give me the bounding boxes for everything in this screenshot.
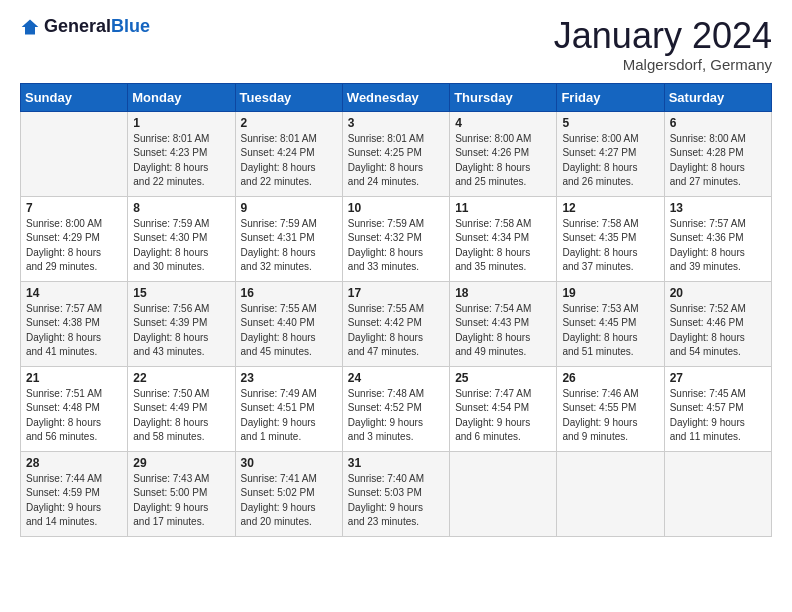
- logo: GeneralBlue: [20, 16, 150, 37]
- calendar-cell: 18Sunrise: 7:54 AM Sunset: 4:43 PM Dayli…: [450, 281, 557, 366]
- calendar-cell: 2Sunrise: 8:01 AM Sunset: 4:24 PM Daylig…: [235, 111, 342, 196]
- day-number: 18: [455, 286, 551, 300]
- day-number: 6: [670, 116, 766, 130]
- calendar-cell: 16Sunrise: 7:55 AM Sunset: 4:40 PM Dayli…: [235, 281, 342, 366]
- day-info: Sunrise: 7:44 AM Sunset: 4:59 PM Dayligh…: [26, 472, 122, 530]
- day-of-week-header: Wednesday: [342, 83, 449, 111]
- calendar-week-row: 28Sunrise: 7:44 AM Sunset: 4:59 PM Dayli…: [21, 451, 772, 536]
- day-info: Sunrise: 7:57 AM Sunset: 4:38 PM Dayligh…: [26, 302, 122, 360]
- day-number: 21: [26, 371, 122, 385]
- svg-marker-0: [22, 19, 39, 34]
- day-number: 10: [348, 201, 444, 215]
- day-info: Sunrise: 7:52 AM Sunset: 4:46 PM Dayligh…: [670, 302, 766, 360]
- logo-icon: [20, 17, 40, 37]
- calendar-cell: [450, 451, 557, 536]
- day-info: Sunrise: 8:01 AM Sunset: 4:25 PM Dayligh…: [348, 132, 444, 190]
- day-info: Sunrise: 7:43 AM Sunset: 5:00 PM Dayligh…: [133, 472, 229, 530]
- day-info: Sunrise: 7:41 AM Sunset: 5:02 PM Dayligh…: [241, 472, 337, 530]
- day-number: 28: [26, 456, 122, 470]
- title-area: January 2024 Malgersdorf, Germany: [554, 16, 772, 73]
- day-info: Sunrise: 7:55 AM Sunset: 4:42 PM Dayligh…: [348, 302, 444, 360]
- day-info: Sunrise: 8:00 AM Sunset: 4:29 PM Dayligh…: [26, 217, 122, 275]
- day-info: Sunrise: 7:59 AM Sunset: 4:30 PM Dayligh…: [133, 217, 229, 275]
- day-number: 7: [26, 201, 122, 215]
- calendar-cell: 11Sunrise: 7:58 AM Sunset: 4:34 PM Dayli…: [450, 196, 557, 281]
- calendar-cell: 8Sunrise: 7:59 AM Sunset: 4:30 PM Daylig…: [128, 196, 235, 281]
- calendar-cell: [557, 451, 664, 536]
- calendar-cell: 30Sunrise: 7:41 AM Sunset: 5:02 PM Dayli…: [235, 451, 342, 536]
- calendar-cell: 26Sunrise: 7:46 AM Sunset: 4:55 PM Dayli…: [557, 366, 664, 451]
- day-of-week-header: Sunday: [21, 83, 128, 111]
- calendar-cell: 29Sunrise: 7:43 AM Sunset: 5:00 PM Dayli…: [128, 451, 235, 536]
- day-info: Sunrise: 7:40 AM Sunset: 5:03 PM Dayligh…: [348, 472, 444, 530]
- day-number: 22: [133, 371, 229, 385]
- calendar-cell: 28Sunrise: 7:44 AM Sunset: 4:59 PM Dayli…: [21, 451, 128, 536]
- day-number: 31: [348, 456, 444, 470]
- day-number: 14: [26, 286, 122, 300]
- day-number: 9: [241, 201, 337, 215]
- calendar-cell: 5Sunrise: 8:00 AM Sunset: 4:27 PM Daylig…: [557, 111, 664, 196]
- day-info: Sunrise: 8:01 AM Sunset: 4:24 PM Dayligh…: [241, 132, 337, 190]
- day-of-week-header: Saturday: [664, 83, 771, 111]
- calendar-cell: 14Sunrise: 7:57 AM Sunset: 4:38 PM Dayli…: [21, 281, 128, 366]
- logo-text-general: General: [44, 16, 111, 36]
- day-number: 12: [562, 201, 658, 215]
- day-number: 1: [133, 116, 229, 130]
- day-number: 25: [455, 371, 551, 385]
- calendar-cell: 9Sunrise: 7:59 AM Sunset: 4:31 PM Daylig…: [235, 196, 342, 281]
- day-number: 8: [133, 201, 229, 215]
- calendar-cell: 15Sunrise: 7:56 AM Sunset: 4:39 PM Dayli…: [128, 281, 235, 366]
- day-info: Sunrise: 7:59 AM Sunset: 4:32 PM Dayligh…: [348, 217, 444, 275]
- calendar-cell: [21, 111, 128, 196]
- day-number: 16: [241, 286, 337, 300]
- day-number: 26: [562, 371, 658, 385]
- day-info: Sunrise: 7:50 AM Sunset: 4:49 PM Dayligh…: [133, 387, 229, 445]
- day-of-week-header: Friday: [557, 83, 664, 111]
- day-info: Sunrise: 7:49 AM Sunset: 4:51 PM Dayligh…: [241, 387, 337, 445]
- day-info: Sunrise: 7:54 AM Sunset: 4:43 PM Dayligh…: [455, 302, 551, 360]
- calendar-cell: 20Sunrise: 7:52 AM Sunset: 4:46 PM Dayli…: [664, 281, 771, 366]
- calendar-cell: 17Sunrise: 7:55 AM Sunset: 4:42 PM Dayli…: [342, 281, 449, 366]
- day-info: Sunrise: 8:00 AM Sunset: 4:27 PM Dayligh…: [562, 132, 658, 190]
- day-number: 5: [562, 116, 658, 130]
- day-info: Sunrise: 7:57 AM Sunset: 4:36 PM Dayligh…: [670, 217, 766, 275]
- calendar-cell: 10Sunrise: 7:59 AM Sunset: 4:32 PM Dayli…: [342, 196, 449, 281]
- header: GeneralBlue January 2024 Malgersdorf, Ge…: [20, 16, 772, 73]
- day-info: Sunrise: 7:58 AM Sunset: 4:34 PM Dayligh…: [455, 217, 551, 275]
- calendar-cell: 1Sunrise: 8:01 AM Sunset: 4:23 PM Daylig…: [128, 111, 235, 196]
- calendar-cell: 3Sunrise: 8:01 AM Sunset: 4:25 PM Daylig…: [342, 111, 449, 196]
- calendar-cell: 24Sunrise: 7:48 AM Sunset: 4:52 PM Dayli…: [342, 366, 449, 451]
- calendar-cell: 22Sunrise: 7:50 AM Sunset: 4:49 PM Dayli…: [128, 366, 235, 451]
- day-number: 27: [670, 371, 766, 385]
- calendar-cell: 7Sunrise: 8:00 AM Sunset: 4:29 PM Daylig…: [21, 196, 128, 281]
- calendar-cell: 6Sunrise: 8:00 AM Sunset: 4:28 PM Daylig…: [664, 111, 771, 196]
- calendar-table: SundayMondayTuesdayWednesdayThursdayFrid…: [20, 83, 772, 537]
- month-title: January 2024: [554, 16, 772, 56]
- day-info: Sunrise: 7:45 AM Sunset: 4:57 PM Dayligh…: [670, 387, 766, 445]
- day-info: Sunrise: 7:51 AM Sunset: 4:48 PM Dayligh…: [26, 387, 122, 445]
- day-number: 11: [455, 201, 551, 215]
- calendar-cell: 31Sunrise: 7:40 AM Sunset: 5:03 PM Dayli…: [342, 451, 449, 536]
- day-number: 24: [348, 371, 444, 385]
- calendar-cell: 23Sunrise: 7:49 AM Sunset: 4:51 PM Dayli…: [235, 366, 342, 451]
- calendar-week-row: 7Sunrise: 8:00 AM Sunset: 4:29 PM Daylig…: [21, 196, 772, 281]
- day-number: 3: [348, 116, 444, 130]
- calendar-cell: 13Sunrise: 7:57 AM Sunset: 4:36 PM Dayli…: [664, 196, 771, 281]
- calendar-cell: 21Sunrise: 7:51 AM Sunset: 4:48 PM Dayli…: [21, 366, 128, 451]
- day-info: Sunrise: 7:56 AM Sunset: 4:39 PM Dayligh…: [133, 302, 229, 360]
- day-info: Sunrise: 7:55 AM Sunset: 4:40 PM Dayligh…: [241, 302, 337, 360]
- day-info: Sunrise: 8:00 AM Sunset: 4:26 PM Dayligh…: [455, 132, 551, 190]
- calendar-cell: 4Sunrise: 8:00 AM Sunset: 4:26 PM Daylig…: [450, 111, 557, 196]
- day-number: 20: [670, 286, 766, 300]
- day-number: 23: [241, 371, 337, 385]
- calendar-cell: 25Sunrise: 7:47 AM Sunset: 4:54 PM Dayli…: [450, 366, 557, 451]
- calendar-week-row: 1Sunrise: 8:01 AM Sunset: 4:23 PM Daylig…: [21, 111, 772, 196]
- day-number: 2: [241, 116, 337, 130]
- day-of-week-header: Monday: [128, 83, 235, 111]
- day-info: Sunrise: 8:01 AM Sunset: 4:23 PM Dayligh…: [133, 132, 229, 190]
- day-number: 4: [455, 116, 551, 130]
- day-number: 13: [670, 201, 766, 215]
- day-of-week-header: Thursday: [450, 83, 557, 111]
- day-number: 29: [133, 456, 229, 470]
- calendar-week-row: 14Sunrise: 7:57 AM Sunset: 4:38 PM Dayli…: [21, 281, 772, 366]
